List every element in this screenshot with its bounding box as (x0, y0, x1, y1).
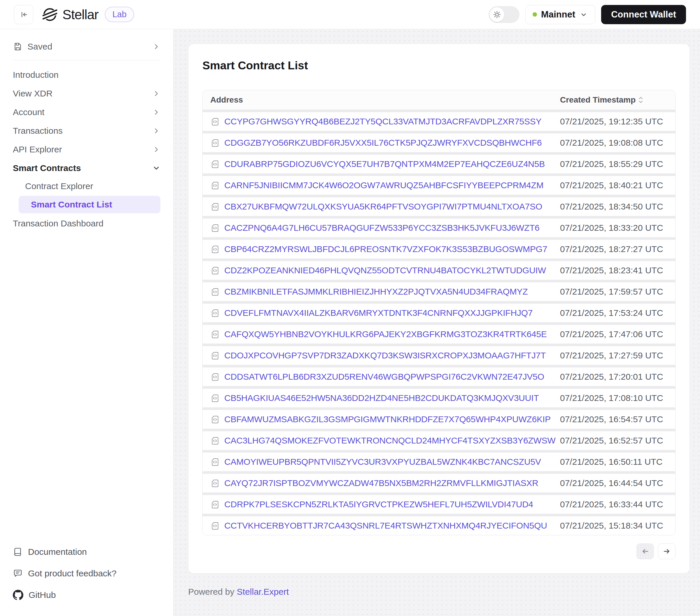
table-row: CCYPG7GHWSGYYRQ4B6BEZJ2TY5QCL33VATMJTD3A… (203, 112, 675, 131)
contract-address-link[interactable]: CDZ2KPOZEANKNIED46PHLQVQNZ55ODTCVTRNU4BA… (224, 266, 546, 275)
documentation-link[interactable]: Documentation (13, 542, 160, 561)
book-icon (13, 547, 23, 557)
table-row: CDVEFLFMTNAVX4IIALZKBARV6MRYXTDNTK3F4CNR… (203, 304, 675, 322)
table-row: CB5HAGKIUAS46E52HW5NA36DD2HZD4NE5HB2CDUK… (203, 389, 675, 407)
row-created-timestamp: 07/21/2025, 17:27:59 UTC (560, 350, 675, 360)
contract-icon (210, 457, 220, 467)
contract-address-link[interactable]: CACZPNQ6A4G7LH6CU57BRAQGUFZW533P6YCC3ZSB… (224, 223, 540, 233)
sidebar-item-smart-contracts[interactable]: Smart Contracts (13, 159, 160, 178)
sidebar-item-account[interactable]: Account (13, 103, 160, 121)
contract-icon (210, 244, 220, 254)
previous-page-button[interactable] (636, 543, 654, 559)
pagination (202, 543, 675, 559)
sidebar-item-contract-explorer[interactable]: Contract Explorer (13, 178, 160, 195)
contract-icon (210, 372, 220, 382)
feedback-link[interactable]: Got product feedback? (13, 564, 160, 583)
chevron-right-icon (152, 89, 160, 98)
sidebar-item-api-explorer[interactable]: API Explorer (13, 140, 160, 159)
contract-icon (210, 521, 220, 531)
contract-address-link[interactable]: CCTVKHCERBYOBTTJR7CA43QSNRL7E4RTSWHZTXNH… (224, 521, 547, 531)
contract-icon (210, 202, 220, 211)
collapse-sidebar-icon (19, 10, 28, 20)
stellar-home-link[interactable]: Stellar Lab (42, 7, 134, 23)
network-select[interactable]: Mainnet (525, 5, 595, 24)
sidebar-item-smart-contract-list[interactable]: Smart Contract List (19, 196, 160, 213)
contract-address-link[interactable]: CDOJXPCOVHGP7SVP7DR3ZADXKQ7D3KSW3ISRXCRO… (224, 350, 546, 360)
main-content: Smart Contract List Address Created Time… (174, 29, 700, 616)
row-created-timestamp: 07/21/2025, 17:59:57 UTC (560, 287, 675, 297)
sidebar-item-transaction-dashboard[interactable]: Transaction Dashboard (13, 214, 160, 233)
powered-by: Powered by Stellar.Expert (188, 587, 690, 608)
sidebar-item-transactions[interactable]: Transactions (13, 121, 160, 140)
sort-icon (638, 96, 644, 104)
contract-address-link[interactable]: CCYPG7GHWSGYYRQ4B6BEZJ2TY5QCL33VATMJTD3A… (224, 117, 541, 127)
save-icon (13, 42, 23, 52)
contract-address-link[interactable]: CAFQXQW5YHBNB2VOYKHULKRG6PAJEKY2XBGFKRMG… (224, 329, 547, 339)
contract-address-link[interactable]: CAMOYIWEUPBR5QPNTVII5ZYVC3UR3VXPYUZBAL5W… (224, 457, 541, 467)
table-row: CAFQXQW5YHBNB2VOYKHULKRG6PAJEKY2XBGFKRMG… (203, 325, 675, 344)
contract-icon (210, 181, 220, 190)
table-row: CBP64CRZ2MYRSWLJBFDCJL6PREOSNTK7VZXFOK7K… (203, 240, 675, 258)
collapse-sidebar-button[interactable] (14, 5, 33, 24)
table-row: CCTVKHCERBYOBTTJR7CA43QSNRL7E4RTSWHZTXNH… (203, 516, 675, 535)
contract-address-link[interactable]: CDGGZB7YO56RKZUBDF6RJ5VXX5IL76CTK5PJQZJW… (224, 138, 542, 148)
contract-address-link[interactable]: CDRPK7PLSESKCPN5ZRLKTA5IYGRVCTPKEZW5HEFL… (224, 499, 533, 509)
row-created-timestamp: 07/21/2025, 17:53:24 UTC (560, 308, 675, 318)
table-row: CBX27UKBFMQW72ULQXKSYUA5KR64PFTVSOYGPI7W… (203, 197, 675, 216)
row-created-timestamp: 07/21/2025, 16:52:57 UTC (560, 436, 675, 446)
stellar-logo-icon (42, 7, 58, 23)
row-created-timestamp: 07/21/2025, 16:44:54 UTC (560, 478, 675, 488)
contract-address-link[interactable]: CDURABRP75GDIOZU6VCYQX5E7UH7B7QNTPXM4M2E… (224, 159, 545, 169)
contract-icon (210, 330, 220, 339)
table-row: CDOJXPCOVHGP7SVP7DR3ZADXKQ7D3KSW3ISRXCRO… (203, 346, 675, 365)
table-row: CDGGZB7YO56RKZUBDF6RJ5VXX5IL76CTK5PJQZJW… (203, 133, 675, 152)
table-row: CAC3LHG74QSMOKEZFVOTEWKTRONCNQCLD24MHYCF… (203, 431, 675, 450)
contract-address-link[interactable]: CAC3LHG74QSMOKEZFVOTEWKTRONCNQCLD24MHYCF… (224, 436, 555, 446)
connect-wallet-button[interactable]: Connect Wallet (601, 5, 686, 24)
sidebar-item-introduction[interactable]: Introduction (13, 66, 160, 84)
contract-address-link[interactable]: CBX27UKBFMQW72ULQXKSYUA5KR64PFTVSOYGPI7W… (224, 202, 542, 211)
contract-address-link[interactable]: CAYQ72JR7ISPTBOZVMYWCZADW47B5NX5BM2RH2ZR… (224, 478, 538, 488)
chevron-right-icon (152, 42, 160, 51)
contract-icon (210, 159, 220, 169)
brand-wordmark: Stellar (62, 7, 98, 23)
next-page-button[interactable] (658, 543, 675, 559)
chevron-right-icon (152, 145, 160, 154)
row-created-timestamp: 07/21/2025, 15:18:34 UTC (560, 521, 675, 531)
sidebar-footer: Documentation Got product feedback? (13, 542, 160, 604)
contract-address-link[interactable]: CBZMIKBNILETFASJMMKLRIBHIEIZJHHYXZ2PJQTV… (224, 287, 528, 297)
table-row: CDRPK7PLSESKCPN5ZRLKTA5IYGRVCTPKEZW5HEFL… (203, 495, 675, 514)
table-header-row: Address Created Timestamp (203, 90, 675, 110)
contract-icon (210, 500, 220, 509)
contract-address-link[interactable]: CDDSATWT6LPLB6DR3XZUD5RENV46WGBQPWPSPGI7… (224, 372, 544, 382)
smart-contract-list-card: Smart Contract List Address Created Time… (188, 44, 690, 574)
app-root: Stellar Lab Mainnet (0, 0, 700, 616)
sidebar-item-saved[interactable]: Saved (13, 37, 160, 56)
chevron-right-icon (152, 127, 160, 135)
contract-table-body: CCYPG7GHWSGYYRQ4B6BEZJ2TY5QCL33VATMJTD3A… (203, 112, 675, 535)
contract-icon (210, 393, 220, 403)
row-created-timestamp: 07/21/2025, 18:55:29 UTC (560, 159, 675, 169)
theme-toggle[interactable] (489, 6, 520, 23)
row-created-timestamp: 07/21/2025, 16:54:57 UTC (560, 414, 675, 424)
sidebar-item-view-xdr[interactable]: View XDR (13, 84, 160, 103)
network-label: Mainnet (541, 9, 575, 20)
row-created-timestamp: 07/21/2025, 19:08:08 UTC (560, 138, 675, 148)
row-created-timestamp: 07/21/2025, 19:12:35 UTC (560, 117, 675, 127)
contract-icon (210, 436, 220, 446)
table-row: CDZ2KPOZEANKNIED46PHLQVQNZ55ODTCVTRNU4BA… (203, 261, 675, 280)
contract-address-link[interactable]: CBP64CRZ2MYRSWLJBFDCJL6PREOSNTK7VZXFOK7K… (224, 244, 547, 254)
sidebar-divider (13, 60, 160, 60)
contract-address-link[interactable]: CARNF5JNIBIICMM7JCK4W6O2OGW7AWRUQZ5AHBFC… (224, 180, 544, 190)
row-created-timestamp: 07/21/2025, 16:50:11 UTC (560, 457, 675, 467)
table-row: CBZMIKBNILETFASJMMKLRIBHIEIZJHHYXZ2PJQTV… (203, 282, 675, 301)
contract-address-link[interactable]: CBFAMWUZMSABKGZIL3GSMPGIGMWTNKRHDDFZE7X7… (224, 414, 551, 424)
stellar-expert-link[interactable]: Stellar.Expert (237, 587, 289, 596)
table-row: CAYQ72JR7ISPTBOZVMYWCZADW47B5NX5BM2RH2ZR… (203, 474, 675, 492)
github-link[interactable]: GitHub (13, 586, 160, 604)
contract-icon (210, 223, 220, 233)
contract-address-link[interactable]: CDVEFLFMTNAVX4IIALZKBARV6MRYXTDNTK3F4CNR… (224, 308, 533, 318)
row-created-timestamp: 07/21/2025, 18:34:50 UTC (560, 202, 675, 211)
column-header-created-timestamp[interactable]: Created Timestamp (560, 95, 675, 105)
contract-address-link[interactable]: CB5HAGKIUAS46E52HW5NA36DD2HZD4NE5HB2CDUK… (224, 393, 539, 403)
